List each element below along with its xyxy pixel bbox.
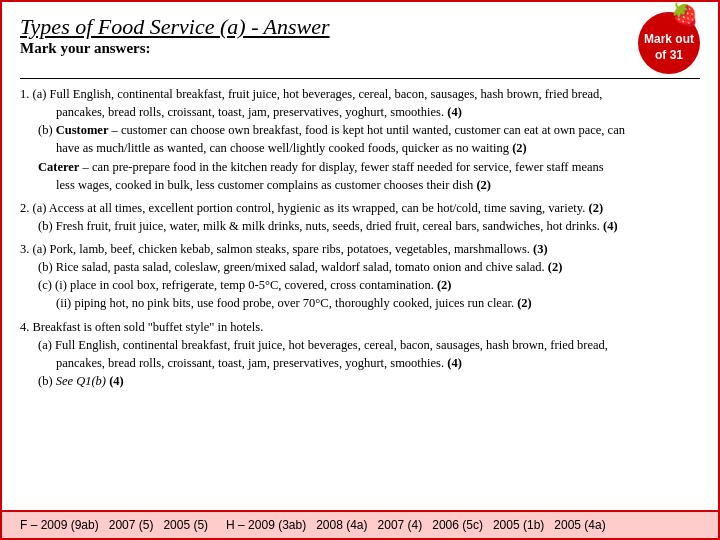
footer-h-label: H – 2009 (3ab) 2008 (4a) 2007 (4) 2006 (… — [226, 518, 606, 532]
header-row: Types of Food Service (a) - Answer Mark … — [20, 12, 700, 74]
line-4-intro: 4. Breakfast is often sold "buffet style… — [20, 318, 700, 336]
footer-h: H – 2009 (3ab) 2008 (4a) 2007 (4) 2006 (… — [226, 518, 606, 532]
content-area: 1. (a) Full English, continental breakfa… — [20, 85, 700, 390]
line-2a: 2. (a) Access at all times, excellent po… — [20, 199, 700, 217]
page-title: Types of Food Service (a) - Answer — [20, 14, 330, 40]
line-1b-2: have as much/little as wanted, can choos… — [56, 139, 700, 157]
line-4b: (b) See Q1(b) (4) — [38, 372, 700, 390]
line-2b: (b) Fresh fruit, fruit juice, water, mil… — [38, 217, 700, 235]
line-1c-1: Caterer – can pre-prepare food in the ki… — [38, 158, 700, 176]
section-1: 1. (a) Full English, continental breakfa… — [20, 85, 700, 194]
mark-badge-text: Mark out of 31 — [644, 32, 694, 63]
section-3: 3. (a) Pork, lamb, beef, chicken kebab, … — [20, 240, 700, 313]
subtitle: Mark your answers: — [20, 40, 330, 57]
footer-f-label: F – 2009 (9ab) 2007 (5) 2005 (5) — [20, 518, 208, 532]
section-2: 2. (a) Access at all times, excellent po… — [20, 199, 700, 235]
line-1c-2: less wages, cooked in bulk, less custome… — [56, 176, 700, 194]
line-3c-ii: (ii) piping hot, no pink bits, use food … — [56, 294, 700, 312]
line-3a: 3. (a) Pork, lamb, beef, chicken kebab, … — [20, 240, 700, 258]
footer-row: F – 2009 (9ab) 2007 (5) 2005 (5) H – 200… — [20, 518, 700, 532]
line-4a-1: (a) Full English, continental breakfast,… — [38, 336, 700, 354]
line-3b: (b) Rice salad, pasta salad, coleslaw, g… — [38, 258, 700, 276]
section-4: 4. Breakfast is often sold "buffet style… — [20, 318, 700, 391]
line-3c-i: (c) (i) place in cool box, refrigerate, … — [38, 276, 700, 294]
footer: F – 2009 (9ab) 2007 (5) 2005 (5) H – 200… — [2, 510, 718, 538]
title-area: Types of Food Service (a) - Answer Mark … — [20, 12, 330, 64]
footer-f: F – 2009 (9ab) 2007 (5) 2005 (5) — [20, 518, 208, 532]
page: Types of Food Service (a) - Answer Mark … — [0, 0, 720, 540]
mark-badge: 🍓 Mark out of 31 — [638, 12, 700, 74]
raspberry-icon: 🍓 — [671, 2, 698, 28]
header-divider — [20, 78, 700, 79]
line-1b-1: (b) Customer – customer can choose own b… — [38, 121, 700, 139]
line-1a-1: 1. (a) Full English, continental breakfa… — [20, 85, 700, 103]
line-4a-2: pancakes, bread rolls, croissant, toast,… — [56, 354, 700, 372]
line-1a-2: pancakes, bread rolls, croissant, toast,… — [56, 103, 700, 121]
